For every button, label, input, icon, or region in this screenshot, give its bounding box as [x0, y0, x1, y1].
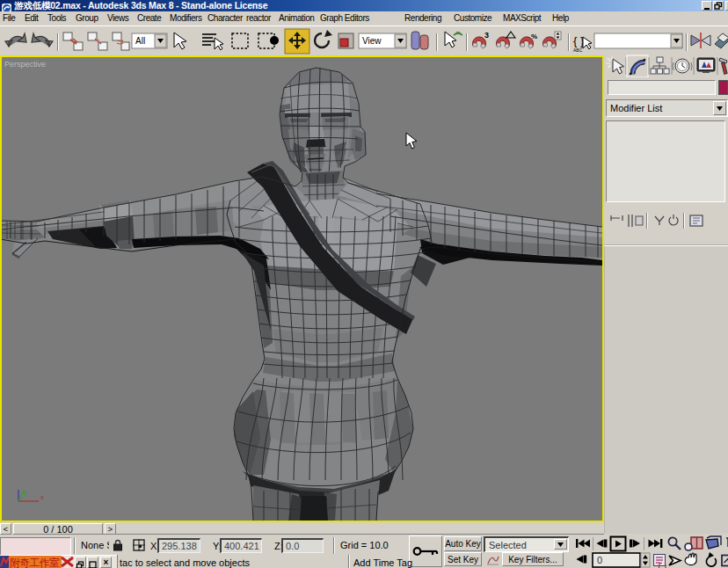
svg-text:View: View	[362, 36, 382, 46]
svg-text:y: y	[24, 489, 27, 497]
svg-text:x: x	[40, 493, 44, 501]
svg-text:All: All	[135, 36, 145, 46]
svg-text:附奇工作室: 附奇工作室	[10, 557, 60, 568]
svg-text:0: 0	[597, 555, 602, 565]
svg-text:ABC: ABC	[573, 47, 583, 53]
svg-text:%: %	[531, 33, 537, 40]
svg-text:3: 3	[484, 31, 489, 40]
